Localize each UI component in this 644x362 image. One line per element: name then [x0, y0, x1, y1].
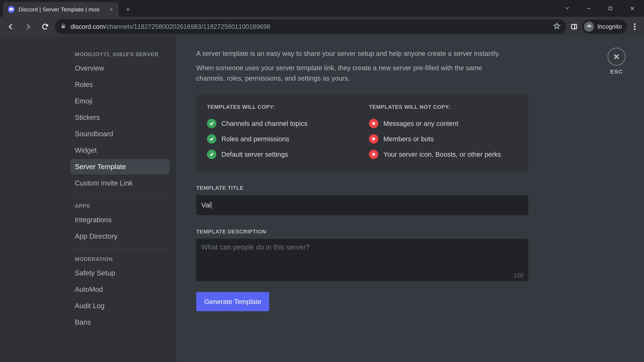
template-title-input[interactable]: Val: [196, 195, 528, 215]
browser-tabstrip: Discord | Server Template | moo +: [0, 0, 644, 17]
x-icon: [369, 119, 378, 128]
svg-point-2: [634, 23, 636, 25]
nav-back-button[interactable]: [3, 19, 18, 34]
sidebar-server-name: MOODJOY71_03619'S SERVER: [70, 48, 170, 60]
sidebar-divider: [72, 248, 168, 249]
browser-tab-active[interactable]: Discord | Server Template | moo: [3, 2, 119, 17]
bookmark-star-icon[interactable]: [553, 22, 560, 31]
x-icon: [369, 150, 378, 159]
window-close-button[interactable]: [622, 2, 642, 15]
profile-label: Incognito: [598, 23, 622, 30]
sidebar-item-app-directory[interactable]: App Directory: [70, 229, 170, 244]
sidebar-section-apps: APPS: [70, 200, 170, 212]
svg-point-4: [634, 28, 636, 30]
tabs-dropdown-icon[interactable]: [558, 2, 577, 15]
incognito-icon: [584, 22, 594, 32]
settings-content: A server template is an easy way to shar…: [176, 36, 644, 362]
sidebar-item-automod[interactable]: AutoMod: [70, 282, 170, 297]
check-icon: [207, 119, 216, 128]
sidebar-item-roles[interactable]: Roles: [70, 77, 170, 92]
template-description-label: TEMPLATE DESCRIPTION: [196, 229, 617, 235]
wont-copy-row: Messages or any content: [369, 116, 518, 131]
sidebar-item-overview[interactable]: Overview: [70, 60, 170, 76]
browser-menu-button[interactable]: [629, 21, 641, 32]
url-text: discord.com/channels/1182725800202616983…: [70, 23, 549, 30]
intro-line-2: When someone uses your server template l…: [196, 63, 508, 83]
window-minimize-button[interactable]: [578, 2, 599, 15]
sidebar-item-audit-log[interactable]: Audit Log: [70, 298, 170, 314]
will-copy-row: Channels and channel topics: [207, 116, 356, 131]
wont-copy-heading: TEMPLATES WILL NOT COPY:: [369, 104, 518, 110]
nav-reload-button[interactable]: [38, 19, 53, 34]
will-copy-row: Default server settings: [207, 147, 356, 162]
address-bar[interactable]: discord.com/channels/1182725800202616983…: [55, 19, 566, 34]
sidebar-item-bans[interactable]: Bans: [70, 315, 170, 330]
char-counter: 120: [514, 272, 523, 279]
tab-close-icon[interactable]: [108, 6, 114, 12]
lock-icon: [60, 23, 66, 30]
will-copy-row: Roles and permissions: [207, 131, 356, 147]
window-maximize-button[interactable]: [600, 2, 620, 15]
svg-rect-0: [609, 7, 612, 10]
sidebar-item-server-template[interactable]: Server Template: [70, 159, 170, 174]
check-icon: [207, 150, 216, 159]
check-icon: [207, 134, 216, 144]
wont-copy-row: Your server icon, Boosts, or other perks: [369, 147, 518, 162]
svg-rect-1: [572, 24, 576, 29]
panel-toggle-icon[interactable]: [568, 21, 580, 32]
nav-forward-button[interactable]: [20, 19, 36, 34]
sidebar-item-widget[interactable]: Widget: [70, 143, 170, 158]
browser-tab-title: Discord | Server Template | moo: [18, 6, 105, 13]
new-tab-button[interactable]: +: [122, 3, 134, 15]
intro-line-1: A server template is an easy way to shar…: [196, 48, 508, 59]
discord-favicon: [8, 6, 15, 13]
close-settings-button[interactable]: [608, 48, 626, 66]
sidebar-item-custom-invite-link[interactable]: Custom Invite Link: [70, 175, 170, 191]
svg-point-3: [634, 26, 636, 27]
browser-toolbar: discord.com/channels/1182725800202616983…: [0, 17, 644, 36]
copy-info-card: TEMPLATES WILL COPY: Channels and channe…: [196, 94, 528, 171]
sidebar-section-moderation: MODERATION: [70, 253, 170, 265]
x-icon: [369, 134, 378, 144]
will-copy-heading: TEMPLATES WILL COPY:: [207, 104, 356, 110]
sidebar-item-stickers[interactable]: Stickers: [70, 110, 170, 125]
wont-copy-row: Members or bots: [369, 131, 518, 147]
sidebar-item-integrations[interactable]: Integrations: [70, 212, 170, 228]
esc-label: ESC: [610, 68, 623, 75]
sidebar-item-safety-setup[interactable]: Safety Setup: [70, 265, 170, 281]
template-title-label: TEMPLATE TITLE: [196, 185, 617, 191]
text-caret: [211, 201, 212, 209]
sidebar-item-emoji[interactable]: Emoji: [70, 93, 170, 109]
incognito-profile-chip[interactable]: Incognito: [582, 19, 627, 34]
template-description-input[interactable]: [196, 239, 528, 281]
generate-template-button[interactable]: Generate Template: [196, 292, 269, 311]
sidebar-divider: [72, 195, 168, 196]
sidebar-item-soundboard[interactable]: Soundboard: [70, 126, 170, 142]
settings-sidebar: MOODJOY71_03619'S SERVER Overview Roles …: [0, 36, 176, 362]
